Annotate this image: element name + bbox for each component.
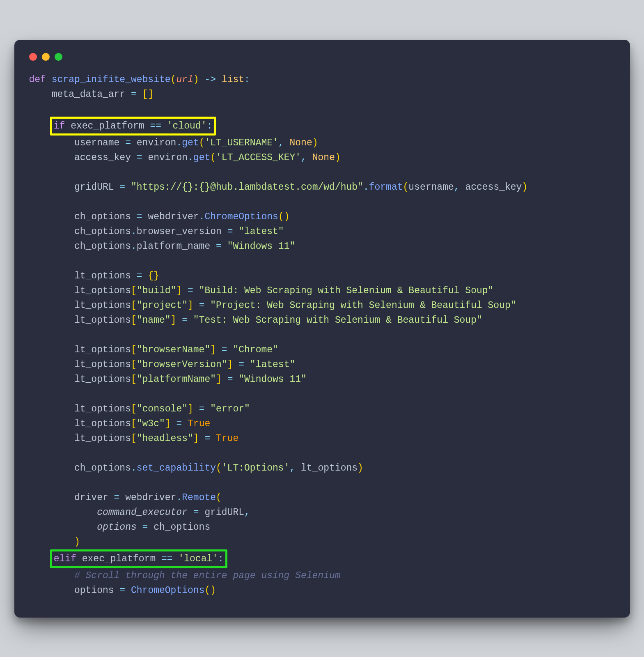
comment: # Scroll through the entire page using S… (74, 570, 341, 581)
close-icon[interactable] (29, 53, 37, 61)
code-window: def scrap_inifite_website(url) -> list: … (14, 40, 630, 618)
maximize-icon[interactable] (55, 53, 62, 61)
code-block: def scrap_inifite_website(url) -> list: … (29, 72, 615, 598)
minimize-icon[interactable] (42, 53, 50, 61)
fn-name: scrap_inifite_website (52, 74, 171, 85)
kw-def: def (29, 74, 46, 85)
ret-type: list (222, 74, 244, 85)
param-url: url (176, 74, 193, 85)
highlight-elif-local: elif exec_platform == 'local': (50, 549, 227, 568)
highlight-if-cloud: if exec_platform == 'cloud': (50, 117, 216, 136)
window-controls (29, 53, 615, 61)
